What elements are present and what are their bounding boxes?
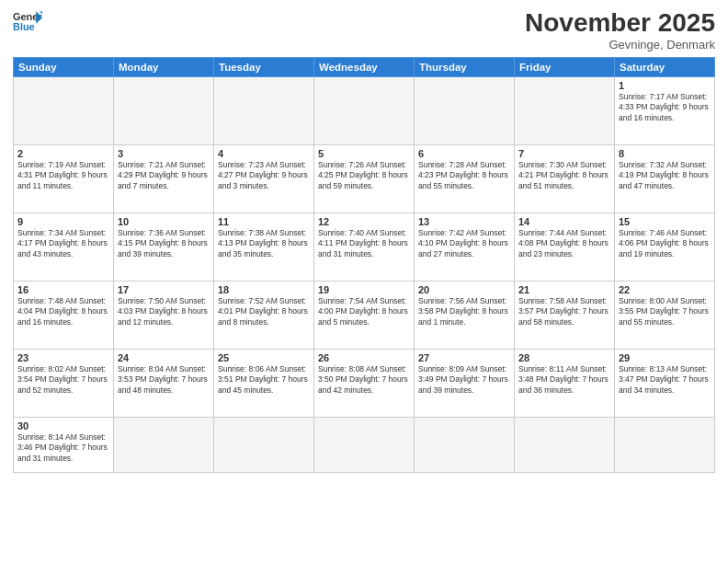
weekday-header-monday: Monday	[114, 57, 214, 76]
day-info: Sunrise: 7:26 AM Sunset: 4:25 PM Dayligh…	[318, 160, 410, 191]
weekday-header-saturday: Saturday	[615, 57, 715, 76]
calendar-cell: 7Sunrise: 7:30 AM Sunset: 4:21 PM Daylig…	[515, 144, 615, 213]
calendar-cell: 22Sunrise: 8:00 AM Sunset: 3:55 PM Dayli…	[615, 281, 715, 349]
day-info: Sunrise: 8:13 AM Sunset: 3:47 PM Dayligh…	[619, 364, 711, 396]
day-info: Sunrise: 7:34 AM Sunset: 4:17 PM Dayligh…	[17, 228, 109, 259]
calendar-cell: 8Sunrise: 7:32 AM Sunset: 4:19 PM Daylig…	[615, 144, 715, 213]
day-number: 13	[418, 216, 510, 227]
day-info: Sunrise: 7:44 AM Sunset: 4:08 PM Dayligh…	[518, 228, 610, 259]
day-info: Sunrise: 7:17 AM Sunset: 4:33 PM Dayligh…	[619, 92, 711, 123]
logo: General Blue	[13, 9, 42, 35]
day-info: Sunrise: 7:58 AM Sunset: 3:57 PM Dayligh…	[518, 296, 610, 327]
calendar-cell	[615, 417, 715, 472]
calendar-cell	[214, 417, 314, 472]
weekday-header-thursday: Thursday	[415, 57, 515, 76]
day-number: 26	[318, 352, 410, 363]
calendar-cell: 25Sunrise: 8:06 AM Sunset: 3:51 PM Dayli…	[214, 349, 314, 417]
day-info: Sunrise: 7:38 AM Sunset: 4:13 PM Dayligh…	[218, 228, 310, 259]
day-number: 25	[218, 352, 310, 363]
calendar-cell: 3Sunrise: 7:21 AM Sunset: 4:29 PM Daylig…	[114, 144, 214, 213]
day-number: 9	[17, 216, 109, 227]
calendar-cell: 2Sunrise: 7:19 AM Sunset: 4:31 PM Daylig…	[14, 144, 114, 213]
day-info: Sunrise: 7:21 AM Sunset: 4:29 PM Dayligh…	[118, 160, 210, 191]
day-number: 8	[619, 148, 711, 159]
day-number: 4	[218, 148, 310, 159]
day-number: 28	[518, 352, 610, 363]
logo-icon: General Blue	[13, 9, 42, 35]
day-info: Sunrise: 8:09 AM Sunset: 3:49 PM Dayligh…	[418, 364, 510, 396]
day-info: Sunrise: 7:54 AM Sunset: 4:00 PM Dayligh…	[318, 296, 410, 327]
day-number: 15	[619, 216, 711, 227]
calendar-cell	[415, 417, 515, 472]
day-info: Sunrise: 7:30 AM Sunset: 4:21 PM Dayligh…	[518, 160, 610, 191]
calendar-cell: 23Sunrise: 8:02 AM Sunset: 3:54 PM Dayli…	[14, 349, 114, 417]
week-row-6: 30Sunrise: 8:14 AM Sunset: 3:46 PM Dayli…	[14, 417, 715, 472]
day-number: 21	[518, 284, 610, 295]
day-info: Sunrise: 8:00 AM Sunset: 3:55 PM Dayligh…	[619, 296, 711, 327]
calendar-cell: 10Sunrise: 7:36 AM Sunset: 4:15 PM Dayli…	[114, 213, 214, 281]
day-number: 18	[218, 284, 310, 295]
day-info: Sunrise: 8:06 AM Sunset: 3:51 PM Dayligh…	[218, 364, 310, 396]
calendar-cell	[214, 76, 314, 144]
weekday-header-row: SundayMondayTuesdayWednesdayThursdayFrid…	[14, 57, 715, 76]
calendar-cell: 20Sunrise: 7:56 AM Sunset: 3:58 PM Dayli…	[415, 281, 515, 349]
month-title: November 2025	[525, 9, 715, 38]
day-number: 10	[118, 216, 210, 227]
day-info: Sunrise: 8:14 AM Sunset: 3:46 PM Dayligh…	[17, 432, 109, 464]
day-number: 5	[318, 148, 410, 159]
day-number: 16	[17, 284, 109, 295]
day-number: 2	[17, 148, 109, 159]
calendar-cell: 14Sunrise: 7:44 AM Sunset: 4:08 PM Dayli…	[515, 213, 615, 281]
calendar-cell: 26Sunrise: 8:08 AM Sunset: 3:50 PM Dayli…	[314, 349, 415, 417]
location: Gevninge, Denmark	[525, 38, 715, 52]
calendar-cell: 17Sunrise: 7:50 AM Sunset: 4:03 PM Dayli…	[114, 281, 214, 349]
day-number: 19	[318, 284, 410, 295]
calendar-cell: 28Sunrise: 8:11 AM Sunset: 3:48 PM Dayli…	[515, 349, 615, 417]
calendar-cell: 24Sunrise: 8:04 AM Sunset: 3:53 PM Dayli…	[114, 349, 214, 417]
calendar-cell: 4Sunrise: 7:23 AM Sunset: 4:27 PM Daylig…	[214, 144, 314, 213]
day-info: Sunrise: 8:04 AM Sunset: 3:53 PM Dayligh…	[118, 364, 210, 396]
calendar-cell	[415, 76, 515, 144]
calendar-cell: 15Sunrise: 7:46 AM Sunset: 4:06 PM Dayli…	[615, 213, 715, 281]
day-info: Sunrise: 7:48 AM Sunset: 4:04 PM Dayligh…	[17, 296, 109, 327]
header: General Blue November 2025 Gevninge, Den…	[13, 9, 715, 52]
day-number: 1	[619, 80, 711, 91]
day-number: 30	[17, 420, 109, 431]
calendar-cell: 30Sunrise: 8:14 AM Sunset: 3:46 PM Dayli…	[14, 417, 114, 472]
weekday-header-tuesday: Tuesday	[214, 57, 314, 76]
calendar-cell: 5Sunrise: 7:26 AM Sunset: 4:25 PM Daylig…	[314, 144, 415, 213]
day-number: 17	[118, 284, 210, 295]
weekday-header-sunday: Sunday	[14, 57, 114, 76]
calendar-cell: 12Sunrise: 7:40 AM Sunset: 4:11 PM Dayli…	[314, 213, 415, 281]
day-number: 12	[318, 216, 410, 227]
calendar-cell: 9Sunrise: 7:34 AM Sunset: 4:17 PM Daylig…	[14, 213, 114, 281]
calendar-cell: 16Sunrise: 7:48 AM Sunset: 4:04 PM Dayli…	[14, 281, 114, 349]
day-info: Sunrise: 7:32 AM Sunset: 4:19 PM Dayligh…	[619, 160, 711, 191]
day-info: Sunrise: 7:52 AM Sunset: 4:01 PM Dayligh…	[218, 296, 310, 327]
week-row-5: 23Sunrise: 8:02 AM Sunset: 3:54 PM Dayli…	[14, 349, 715, 417]
day-info: Sunrise: 8:02 AM Sunset: 3:54 PM Dayligh…	[17, 364, 109, 396]
calendar-cell: 27Sunrise: 8:09 AM Sunset: 3:49 PM Dayli…	[415, 349, 515, 417]
calendar-cell: 11Sunrise: 7:38 AM Sunset: 4:13 PM Dayli…	[214, 213, 314, 281]
day-info: Sunrise: 7:50 AM Sunset: 4:03 PM Dayligh…	[118, 296, 210, 327]
calendar-cell: 13Sunrise: 7:42 AM Sunset: 4:10 PM Dayli…	[415, 213, 515, 281]
calendar-cell	[314, 417, 415, 472]
day-number: 29	[619, 352, 711, 363]
calendar-cell: 6Sunrise: 7:28 AM Sunset: 4:23 PM Daylig…	[415, 144, 515, 213]
calendar-cell	[114, 417, 214, 472]
day-info: Sunrise: 8:08 AM Sunset: 3:50 PM Dayligh…	[318, 364, 410, 396]
day-info: Sunrise: 7:19 AM Sunset: 4:31 PM Dayligh…	[17, 160, 109, 191]
day-number: 11	[218, 216, 310, 227]
day-info: Sunrise: 8:11 AM Sunset: 3:48 PM Dayligh…	[518, 364, 610, 396]
day-number: 3	[118, 148, 210, 159]
calendar-cell	[114, 76, 214, 144]
title-block: November 2025 Gevninge, Denmark	[525, 9, 715, 52]
week-row-2: 2Sunrise: 7:19 AM Sunset: 4:31 PM Daylig…	[14, 144, 715, 213]
calendar-cell: 18Sunrise: 7:52 AM Sunset: 4:01 PM Dayli…	[214, 281, 314, 349]
calendar-cell	[314, 76, 415, 144]
day-info: Sunrise: 7:56 AM Sunset: 3:58 PM Dayligh…	[418, 296, 510, 327]
weekday-header-wednesday: Wednesday	[314, 57, 415, 76]
calendar-cell: 21Sunrise: 7:58 AM Sunset: 3:57 PM Dayli…	[515, 281, 615, 349]
calendar-cell: 29Sunrise: 8:13 AM Sunset: 3:47 PM Dayli…	[615, 349, 715, 417]
calendar: SundayMondayTuesdayWednesdayThursdayFrid…	[13, 57, 715, 473]
